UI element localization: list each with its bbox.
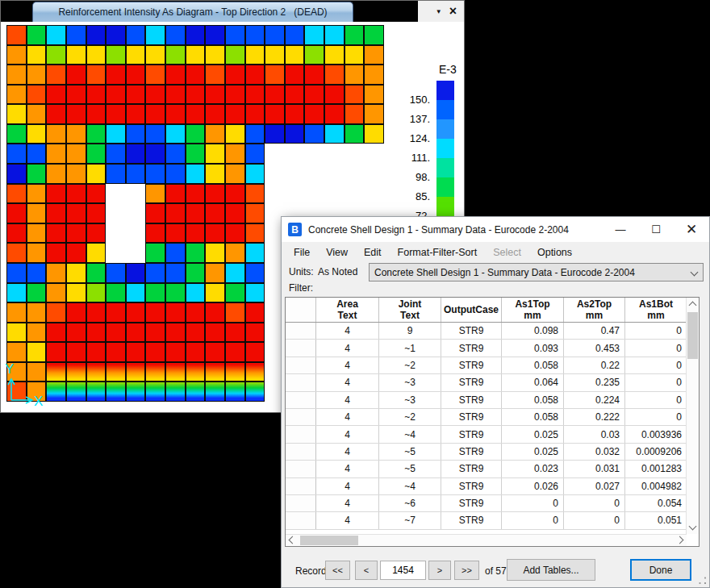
menu-edit[interactable]: Edit (356, 244, 390, 261)
mesh-cell (145, 223, 165, 244)
column-header[interactable]: As1Botmm (625, 298, 686, 322)
menu-format-filter-sort[interactable]: Format-Filter-Sort (390, 244, 486, 261)
viewer-close-icon[interactable]: × (449, 5, 457, 18)
tab-list-caret-icon[interactable]: ▼ (436, 8, 442, 15)
mesh-cell (86, 203, 106, 223)
column-header[interactable]: As2Topmm (564, 298, 625, 322)
mesh-cell (126, 85, 146, 105)
dialog-titlebar[interactable]: B Concrete Shell Design 1 - Summary Data… (282, 217, 709, 242)
table-row[interactable]: 4~1STR90.0930.4530 (286, 340, 686, 357)
row-selector-cell[interactable] (286, 495, 316, 511)
mesh-cell (225, 243, 245, 263)
table-cell: 0 (564, 495, 625, 511)
mesh-cell (46, 223, 66, 244)
scroll-right-icon[interactable] (676, 536, 684, 544)
table-row[interactable]: 4~2STR90.0580.220 (286, 357, 686, 374)
table-row[interactable]: 4~4STR90.0250.030.003936 (286, 426, 686, 443)
row-selector-cell[interactable] (286, 512, 316, 528)
mesh-cell (6, 243, 27, 263)
vertical-scroll-thumb[interactable] (687, 312, 698, 359)
mesh-cell (364, 65, 384, 85)
column-header[interactable]: AreaText (316, 298, 379, 322)
mesh-cell (245, 302, 265, 323)
mesh-cell (27, 302, 47, 323)
table-row[interactable]: 4~6STR9000.054 (286, 495, 686, 512)
mesh-cell (106, 243, 126, 263)
mesh-cell (106, 25, 126, 45)
mesh-cell (364, 85, 384, 105)
mesh-cell (126, 382, 146, 402)
viewer-tab[interactable]: Reinforcement Intensity As Diagram - Top… (32, 2, 353, 22)
menu-file[interactable]: File (286, 244, 318, 261)
table-row[interactable]: 49STR90.0980.470 (286, 323, 686, 340)
mesh-cell (106, 203, 126, 223)
vertical-scrollbar[interactable] (686, 298, 699, 534)
menu-options[interactable]: Options (529, 244, 580, 261)
horizontal-scroll-thumb[interactable] (300, 536, 358, 545)
row-selector-cell[interactable] (286, 392, 316, 408)
table-select-dropdown[interactable]: Concrete Shell Design 1 - Summary Data -… (369, 263, 704, 281)
maximize-button[interactable]: ☐ (638, 217, 674, 242)
minimize-button[interactable]: — (603, 217, 638, 242)
mesh-cell (225, 302, 245, 323)
mesh-cell (364, 144, 384, 164)
mesh-cell (245, 65, 265, 85)
table-row[interactable]: 4~3STR90.0640.2350 (286, 374, 686, 391)
row-selector-cell[interactable] (286, 478, 316, 494)
table-cell: 0.453 (564, 340, 625, 356)
mesh-cell (66, 243, 86, 263)
add-tables-button[interactable]: Add Tables... (507, 559, 595, 581)
table-row[interactable]: 4~3STR90.0580.2240 (286, 392, 686, 409)
mesh-cell (205, 263, 225, 283)
close-button[interactable]: ✕ (674, 217, 709, 242)
mesh-cell (205, 323, 225, 343)
mesh-cell (324, 184, 345, 204)
mesh-cell (46, 323, 66, 343)
resize-grip[interactable] (699, 577, 706, 584)
first-record-button[interactable]: << (325, 561, 350, 580)
previous-record-button[interactable]: < (355, 561, 378, 580)
mesh-cell (6, 323, 27, 343)
table-header-row: AreaTextJointTextOutputCaseAs1TopmmAs2To… (286, 298, 686, 323)
mesh-cell (145, 263, 165, 283)
table-row[interactable]: 4~7STR9000.051 (286, 512, 686, 529)
table-row[interactable]: 4~5STR90.0250.0320.0009206 (286, 444, 686, 461)
horizontal-scrollbar[interactable] (286, 534, 687, 546)
table-cell: ~3 (379, 374, 441, 390)
column-header[interactable]: As1Topmm (502, 298, 564, 322)
row-selector-cell[interactable] (286, 444, 316, 460)
row-selector-cell[interactable] (286, 323, 316, 339)
record-number-input[interactable] (380, 561, 426, 580)
mesh-cell (6, 65, 27, 85)
next-record-button[interactable]: > (428, 561, 451, 580)
mesh-cell (145, 243, 165, 263)
mesh-cell (364, 124, 384, 144)
scroll-left-icon[interactable] (289, 536, 297, 544)
row-selector-cell[interactable] (286, 340, 316, 356)
mesh-cell (245, 342, 265, 362)
table-row[interactable]: 4~2STR90.0580.2220 (286, 409, 686, 426)
table-row[interactable]: 4~5STR90.0230.0310.001283 (286, 461, 686, 477)
mesh-cell (225, 104, 245, 124)
mesh-cell (106, 362, 126, 382)
scroll-down-icon[interactable] (689, 523, 697, 531)
y-axis-label: Y (5, 361, 14, 377)
mesh-cell (86, 223, 106, 244)
table-row[interactable]: 4~4STR90.0260.0270.004982 (286, 478, 686, 495)
mesh-cell (324, 104, 345, 124)
column-header[interactable]: OutputCase (441, 298, 502, 322)
mesh-cell (364, 45, 384, 65)
done-button[interactable]: Done (630, 559, 691, 581)
column-header[interactable]: JointText (379, 298, 441, 322)
row-selector-cell[interactable] (286, 409, 316, 425)
row-selector-cell[interactable] (286, 426, 316, 442)
row-selector-cell[interactable] (286, 374, 316, 390)
table-cell: STR9 (441, 409, 502, 425)
row-selector-cell[interactable] (286, 357, 316, 373)
legend-tick-label: 124. (385, 129, 433, 148)
row-selector-cell[interactable] (286, 461, 316, 477)
last-record-button[interactable]: >> (454, 561, 479, 580)
menu-view[interactable]: View (318, 244, 356, 261)
table-cell: 4 (316, 461, 379, 477)
scroll-up-icon[interactable] (689, 302, 697, 310)
